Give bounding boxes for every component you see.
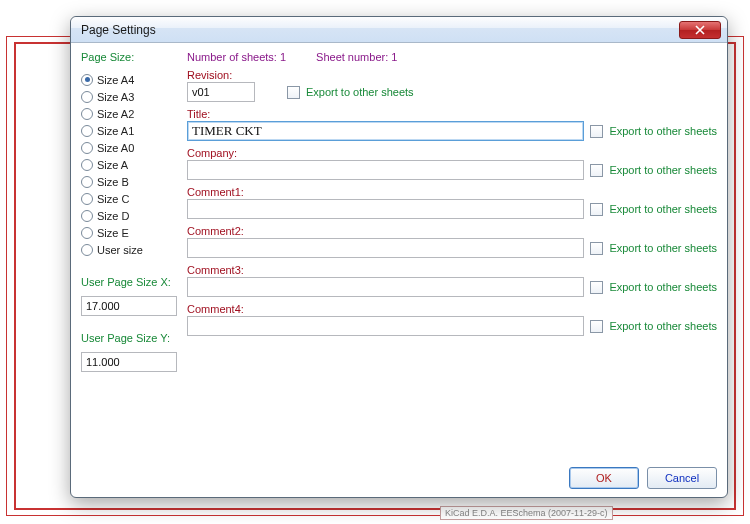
comment4-label: Comment4:: [187, 303, 717, 315]
title-block: Title: Export to other sheets: [187, 108, 717, 141]
page-size-option[interactable]: Size A4: [81, 71, 177, 88]
user-page-y-input[interactable]: [81, 352, 177, 372]
cancel-button[interactable]: Cancel: [647, 467, 717, 489]
page-size-radio-group: Size A4Size A3Size A2Size A1Size A0Size …: [81, 71, 177, 258]
close-icon: [695, 25, 705, 35]
page-size-option-label: Size A0: [97, 142, 134, 154]
radio-icon: [81, 125, 93, 137]
page-size-option-label: Size E: [97, 227, 129, 239]
page-size-option[interactable]: Size B: [81, 173, 177, 190]
comment3-label: Comment3:: [187, 264, 717, 276]
page-size-option-label: User size: [97, 244, 143, 256]
comment1-input[interactable]: [187, 199, 584, 219]
radio-icon: [81, 108, 93, 120]
comment1-block: Comment1: Export to other sheets: [187, 186, 717, 219]
left-column: Page Size: Size A4Size A3Size A2Size A1S…: [81, 51, 177, 455]
comment2-label: Comment2:: [187, 225, 717, 237]
page-size-option-label: Size A1: [97, 125, 134, 137]
titlebar: Page Settings: [71, 17, 727, 43]
comment4-export-checkbox[interactable]: [590, 320, 603, 333]
sheet-info-row: Number of sheets: 1 Sheet number: 1: [187, 51, 717, 63]
radio-icon: [81, 210, 93, 222]
ok-button[interactable]: OK: [569, 467, 639, 489]
title-export-checkbox[interactable]: [590, 125, 603, 138]
button-row: OK Cancel: [71, 461, 727, 497]
page-size-option-label: Size D: [97, 210, 129, 222]
ok-button-label: OK: [596, 472, 612, 484]
page-settings-dialog: Page Settings Page Size: Size A4Size A3S…: [70, 16, 728, 498]
comment2-block: Comment2: Export to other sheets: [187, 225, 717, 258]
number-of-sheets: Number of sheets: 1: [187, 51, 286, 63]
title-export-label: Export to other sheets: [609, 125, 717, 137]
user-page-x-label: User Page Size X:: [81, 276, 177, 288]
comment4-input[interactable]: [187, 316, 584, 336]
right-column: Number of sheets: 1 Sheet number: 1 Revi…: [187, 51, 717, 455]
radio-icon: [81, 74, 93, 86]
company-block: Company: Export to other sheets: [187, 147, 717, 180]
comment4-export-label: Export to other sheets: [609, 320, 717, 332]
company-input[interactable]: [187, 160, 584, 180]
revision-input[interactable]: [187, 82, 255, 102]
radio-icon: [81, 244, 93, 256]
comment2-export-checkbox[interactable]: [590, 242, 603, 255]
page-size-option-label: Size A4: [97, 74, 134, 86]
user-page-y-label: User Page Size Y:: [81, 332, 177, 344]
background-footer-text: KiCad E.D.A. EESchema (2007-11-29-c): [440, 506, 613, 520]
company-export-label: Export to other sheets: [609, 164, 717, 176]
dialog-body: Page Size: Size A4Size A3Size A2Size A1S…: [71, 43, 727, 461]
revision-label: Revision:: [187, 69, 717, 81]
page-size-option[interactable]: Size A2: [81, 105, 177, 122]
page-size-label: Page Size:: [81, 51, 177, 63]
company-label: Company:: [187, 147, 717, 159]
cancel-button-label: Cancel: [665, 472, 699, 484]
close-button[interactable]: [679, 21, 721, 39]
radio-icon: [81, 193, 93, 205]
comment2-export-label: Export to other sheets: [609, 242, 717, 254]
page-size-option[interactable]: Size E: [81, 224, 177, 241]
comment3-block: Comment3: Export to other sheets: [187, 264, 717, 297]
comment2-input[interactable]: [187, 238, 584, 258]
radio-icon: [81, 142, 93, 154]
radio-icon: [81, 176, 93, 188]
page-size-option-label: Size B: [97, 176, 129, 188]
page-size-option-label: Size A2: [97, 108, 134, 120]
company-export-checkbox[interactable]: [590, 164, 603, 177]
comment1-export-checkbox[interactable]: [590, 203, 603, 216]
revision-block: Revision: Export to other sheets: [187, 69, 717, 102]
title-input[interactable]: [187, 121, 584, 141]
page-size-option[interactable]: Size C: [81, 190, 177, 207]
page-size-option[interactable]: User size: [81, 241, 177, 258]
radio-icon: [81, 159, 93, 171]
comment1-export-label: Export to other sheets: [609, 203, 717, 215]
comment3-export-checkbox[interactable]: [590, 281, 603, 294]
title-label: Title:: [187, 108, 717, 120]
page-size-option[interactable]: Size A3: [81, 88, 177, 105]
user-page-x-input[interactable]: [81, 296, 177, 316]
comment3-input[interactable]: [187, 277, 584, 297]
window-title: Page Settings: [81, 23, 679, 37]
radio-icon: [81, 91, 93, 103]
revision-export-label: Export to other sheets: [306, 86, 414, 98]
page-size-option-label: Size C: [97, 193, 129, 205]
comment3-export-label: Export to other sheets: [609, 281, 717, 293]
sheet-number: Sheet number: 1: [316, 51, 397, 63]
page-size-option[interactable]: Size D: [81, 207, 177, 224]
page-size-option[interactable]: Size A0: [81, 139, 177, 156]
page-size-option[interactable]: Size A1: [81, 122, 177, 139]
comment4-block: Comment4: Export to other sheets: [187, 303, 717, 336]
radio-icon: [81, 227, 93, 239]
page-size-option[interactable]: Size A: [81, 156, 177, 173]
page-size-option-label: Size A3: [97, 91, 134, 103]
revision-export-checkbox[interactable]: [287, 86, 300, 99]
comment1-label: Comment1:: [187, 186, 717, 198]
page-size-option-label: Size A: [97, 159, 128, 171]
